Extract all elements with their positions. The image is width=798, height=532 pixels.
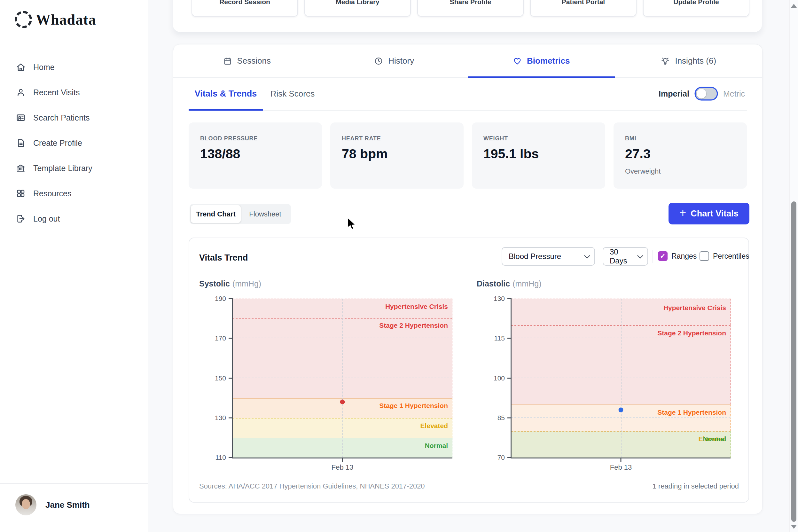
chart-vitals-button[interactable]: + Chart Vitals [668,203,749,225]
app-logo[interactable]: Whadata [15,11,96,28]
metric-select[interactable]: Blood Pressure [501,247,595,266]
sidebar-divider [0,483,148,484]
metric-select-value: Blood Pressure [509,252,561,261]
units-toggle-group: Imperial Metric [659,77,745,110]
vital-value: 78 bpm [342,147,452,162]
scrollbar-thumb[interactable] [791,202,796,522]
update-profile-button[interactable]: Update Profile [643,0,749,17]
toggle-knob [697,89,706,98]
percentiles-checkbox-group[interactable]: Percentiles [700,251,749,261]
chart-vitals-label: Chart Vitals [690,209,739,219]
vital-value: 27.3 [625,147,735,162]
tab-label: Insights (6) [675,56,716,66]
document-icon [16,138,25,148]
percentiles-label: Percentiles [713,252,749,261]
ranges-label: Ranges [671,252,697,261]
period-select[interactable]: 30 Days [603,247,648,266]
quick-actions-card: Record Session Media Library Share Profi… [173,0,762,32]
scroll-down-icon[interactable] [791,525,797,529]
metric-label: Metric [723,89,745,98]
grid-icon [16,189,25,198]
vital-value: 138/88 [200,147,310,162]
scroll-up-icon[interactable] [791,4,797,8]
app-logo-text: Whadata [36,11,96,28]
tab-biometrics[interactable]: Biometrics [468,44,615,77]
tab-insights[interactable]: Insights (6) [615,44,762,77]
mouse-cursor [347,217,358,230]
share-profile-button[interactable]: Share Profile [417,0,524,17]
subtab-vitals-trends[interactable]: Vitals & Trends [189,77,263,110]
avatar [15,494,36,515]
units-toggle[interactable] [696,88,717,99]
subtab-risk-scores[interactable]: Risk Scores [267,77,318,110]
heart-icon [513,57,522,65]
user-profile[interactable]: Jane Smith [15,494,90,515]
period-select-value: 30 Days [610,247,634,265]
vital-label: WEIGHT [483,135,594,142]
plus-icon: + [679,206,686,220]
sources-note: Sources: AHA/ACC 2017 Hypertension Guide… [199,482,425,491]
sidebar-item-label: Home [33,63,55,72]
subtab-bar: Vitals & Trends Risk Scores Imperial Met… [189,77,747,111]
bmi-category: Overweight [625,167,735,175]
calendar-icon [223,57,232,65]
systolic-chart: NormalElevatedStage 1 HypertensionStage … [232,299,452,457]
lightbulb-icon [661,57,670,65]
vital-cards: BLOOD PRESSURE 138/88 HEART RATE 78 bpm … [189,122,747,189]
ranges-checkbox[interactable]: ✓ [658,251,668,261]
sidebar-item-label: Search Patients [33,113,90,122]
id-card-icon [16,113,25,122]
user-name: Jane Smith [45,500,90,510]
logout-icon [16,214,25,224]
tab-history[interactable]: History [321,44,468,77]
reading-count: 1 reading in selected period [652,482,739,491]
imperial-label: Imperial [659,89,689,98]
vitals-trend-panel: Vitals Trend Blood Pressure 30 Days ✓ Ra… [189,238,749,502]
percentiles-checkbox[interactable] [700,251,709,261]
vertical-divider [652,250,653,263]
biometrics-panel: Sessions History Biometrics Insights (6)… [173,44,762,514]
checkmark-icon: ✓ [660,252,666,260]
sidebar-item-label: Log out [33,214,60,224]
logo-ring-icon [15,11,32,28]
sidebar-item-recent-visits[interactable]: Recent Visits [0,85,148,100]
systolic-chart-title: Systolic(mmHg) [199,279,261,288]
chevron-down-icon [637,252,643,258]
ranges-checkbox-group[interactable]: ✓ Ranges [658,251,697,261]
chevron-down-icon [584,252,590,258]
panel-title: Vitals Trend [199,253,248,263]
media-library-button[interactable]: Media Library [304,0,411,17]
vital-value: 195.1 lbs [483,147,594,162]
tab-bar: Sessions History Biometrics Insights (6) [173,44,762,78]
sidebar-item-template-library[interactable]: Template Library [0,160,148,176]
sidebar-nav: Home Recent Visits Search Patients Creat… [0,59,148,236]
person-icon [16,88,25,97]
clock-icon [374,57,383,65]
trend-chart-button[interactable]: Trend Chart [191,205,241,223]
sidebar: Whadata Home Recent Visits Search Patien… [0,0,148,532]
diastolic-chart-title: Diastolic(mmHg) [477,279,541,288]
sidebar-item-search-patients[interactable]: Search Patients [0,110,148,125]
tab-sessions[interactable]: Sessions [173,44,321,77]
bmi-card: BMI 27.3 Overweight [613,122,747,189]
vital-label: BLOOD PRESSURE [200,135,310,142]
sidebar-item-label: Resources [33,189,72,198]
sidebar-item-label: Create Profile [33,138,82,148]
sidebar-item-logout[interactable]: Log out [0,211,148,226]
patient-portal-button[interactable]: Patient Portal [530,0,636,17]
view-toggle: Trend Chart Flowsheet [190,204,291,224]
sidebar-item-create-profile[interactable]: Create Profile [0,135,148,151]
flowsheet-button[interactable]: Flowsheet [241,205,290,223]
vital-label: BMI [625,135,735,142]
sidebar-item-resources[interactable]: Resources [0,186,148,201]
tab-label: History [388,56,414,66]
sidebar-item-label: Template Library [33,164,92,173]
diastolic-chart: ElevatedNormalStage 1 HypertensionStage … [511,299,730,457]
weight-card: WEIGHT 195.1 lbs [472,122,605,189]
scrollbar[interactable] [790,0,798,532]
home-icon [16,62,25,72]
blood-pressure-card: BLOOD PRESSURE 138/88 [189,122,322,189]
record-session-button[interactable]: Record Session [191,0,298,17]
sidebar-item-home[interactable]: Home [0,59,148,75]
sidebar-item-label: Recent Visits [33,88,80,97]
